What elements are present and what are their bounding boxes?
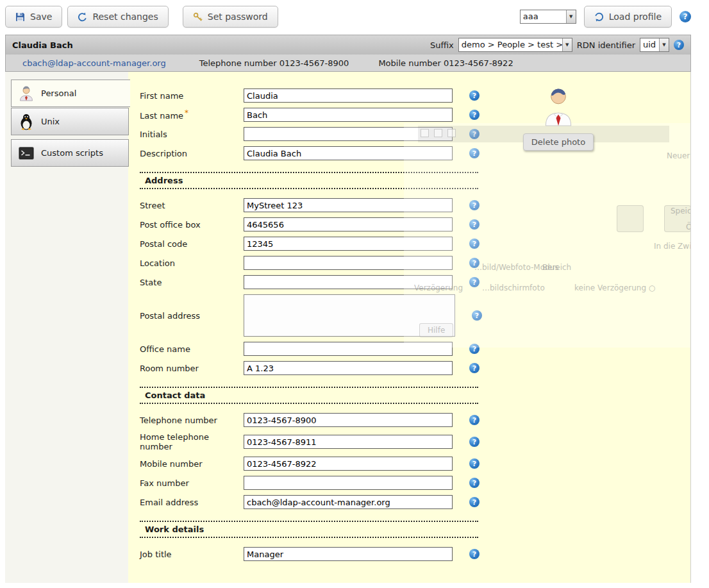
postal-address-input[interactable] bbox=[244, 294, 455, 337]
help-icon[interactable]: ? bbox=[472, 310, 482, 321]
help-icon[interactable]: ? bbox=[469, 497, 480, 507]
telephone-summary: Telephone number 0123-4567-8900 bbox=[199, 58, 349, 68]
account-header-top: Claudia Bach Suffix demo > People > test… bbox=[6, 35, 690, 55]
set-password-button[interactable]: Set password bbox=[183, 6, 278, 28]
mobile-number-input[interactable] bbox=[244, 457, 453, 471]
email-link[interactable]: cbach@ldap-account-manager.org bbox=[22, 58, 166, 68]
help-icon[interactable]: ? bbox=[469, 219, 480, 230]
help-icon[interactable]: ? bbox=[469, 363, 480, 373]
help-icon[interactable]: ? bbox=[469, 458, 480, 469]
help-icon[interactable]: ? bbox=[469, 549, 480, 559]
section-header-contact-data: Contact data bbox=[140, 387, 478, 404]
field-label: Street bbox=[140, 201, 244, 210]
help-icon[interactable]: ? bbox=[469, 344, 480, 354]
field-label: Postal code bbox=[140, 239, 244, 249]
field-label: Email address bbox=[140, 498, 244, 507]
telephone-number-input[interactable] bbox=[244, 413, 453, 427]
help-icon[interactable]: ? bbox=[469, 415, 480, 425]
help-icon[interactable]: ? bbox=[469, 129, 480, 139]
field-label: First name bbox=[140, 91, 244, 101]
form-row: Mobile number? bbox=[140, 457, 690, 471]
room-number-input[interactable] bbox=[244, 361, 453, 375]
description-input[interactable] bbox=[244, 146, 453, 160]
field-label: Fax number bbox=[140, 478, 244, 488]
initials-input[interactable] bbox=[244, 127, 453, 141]
terminal-icon bbox=[18, 147, 35, 160]
help-icon[interactable]: ? bbox=[469, 239, 480, 249]
form-row: Room number? bbox=[140, 361, 690, 375]
sidebar-item-unix[interactable]: Unix bbox=[11, 108, 129, 135]
field-label: Office name bbox=[140, 344, 244, 354]
form-row: State? bbox=[140, 275, 690, 289]
help-icon[interactable]: ? bbox=[469, 258, 480, 268]
suffix-select[interactable]: demo > People > test > de ▼ bbox=[458, 38, 572, 52]
help-icon[interactable]: ? bbox=[469, 90, 480, 101]
form-row: First name? bbox=[140, 88, 690, 103]
field-label: Telephone number bbox=[140, 416, 244, 425]
field-label: Postal address bbox=[140, 311, 244, 321]
form-row: Telephone number? bbox=[140, 413, 690, 427]
mobile-summary: Mobile number 0123-4567-8922 bbox=[378, 58, 513, 68]
rdn-select[interactable]: uid ▼ bbox=[640, 38, 669, 52]
load-profile-button[interactable]: Load profile bbox=[584, 6, 672, 28]
field-label: Home telephone number bbox=[140, 432, 244, 451]
location-input[interactable] bbox=[244, 256, 453, 270]
help-icon[interactable]: ? bbox=[469, 478, 480, 488]
help-icon[interactable]: ? bbox=[469, 110, 480, 120]
fax-number-input[interactable] bbox=[244, 476, 453, 490]
save-icon bbox=[15, 12, 25, 22]
street-input[interactable] bbox=[244, 198, 453, 212]
field-label: Location bbox=[140, 258, 244, 268]
email-address-input[interactable] bbox=[244, 495, 453, 509]
account-header-summary: cbach@ldap-account-manager.org Telephone… bbox=[6, 55, 690, 71]
help-icon[interactable]: ? bbox=[674, 40, 684, 50]
delete-photo-button[interactable]: Delete photo bbox=[523, 133, 594, 151]
key-icon bbox=[193, 12, 203, 22]
postal-code-input[interactable] bbox=[244, 237, 453, 251]
sidebar-item-custom-scripts[interactable]: Custom scripts bbox=[11, 139, 129, 167]
reset-icon bbox=[78, 12, 87, 22]
tab-label: Personal bbox=[41, 88, 76, 98]
field-label: Initials bbox=[140, 130, 244, 139]
help-icon[interactable]: ? bbox=[469, 148, 480, 158]
form-row: Initials? bbox=[140, 127, 690, 141]
rdn-select-value: uid bbox=[640, 38, 659, 51]
help-icon[interactable]: ? bbox=[469, 200, 480, 210]
profile-select[interactable]: aaa ▼ bbox=[520, 10, 576, 24]
form-area: First name?Last name*?Initials?Descripti… bbox=[140, 88, 690, 561]
sidebar: PersonalUnixCustom scripts bbox=[5, 72, 128, 583]
reset-changes-button[interactable]: Reset changes bbox=[67, 6, 168, 28]
field-label: Post office box bbox=[140, 220, 244, 230]
field-label: Mobile number bbox=[140, 459, 244, 469]
field-label: Last name* bbox=[140, 108, 244, 121]
field-label: Description bbox=[140, 149, 244, 158]
set-password-button-label: Set password bbox=[208, 12, 268, 22]
job-title-input[interactable] bbox=[244, 547, 453, 561]
toolbar-right: aaa ▼ Load profile ? bbox=[520, 6, 691, 28]
state-input[interactable] bbox=[244, 275, 453, 289]
profile-select-value: aaa bbox=[521, 10, 566, 23]
user-icon bbox=[18, 86, 35, 101]
suffix-select-value: demo > People > test > de bbox=[459, 38, 562, 51]
section-header-work-details: Work details bbox=[140, 521, 478, 538]
form-row: Postal address? bbox=[140, 294, 690, 337]
help-icon[interactable]: ? bbox=[680, 11, 691, 22]
tab-label: Unix bbox=[41, 117, 60, 126]
last-name-input[interactable] bbox=[244, 108, 453, 122]
post-office-box-input[interactable] bbox=[244, 217, 453, 231]
account-header: Claudia Bach Suffix demo > People > test… bbox=[5, 35, 691, 72]
toolbar: Save Reset changes Set password aaa ▼ Lo… bbox=[5, 5, 691, 28]
help-icon[interactable]: ? bbox=[469, 437, 480, 447]
sidebar-item-personal[interactable]: Personal bbox=[11, 80, 130, 107]
suffix-label: Suffix bbox=[430, 40, 454, 50]
form-row: Fax number? bbox=[140, 476, 690, 490]
first-name-input[interactable] bbox=[244, 88, 453, 103]
save-button[interactable]: Save bbox=[5, 6, 62, 28]
save-button-label: Save bbox=[30, 12, 52, 22]
help-icon[interactable]: ? bbox=[469, 277, 480, 287]
home-telephone-number-input[interactable] bbox=[244, 435, 453, 449]
form-row: Last name*? bbox=[140, 108, 690, 122]
office-name-input[interactable] bbox=[244, 342, 453, 356]
load-profile-button-label: Load profile bbox=[609, 12, 662, 22]
sidebar-tabs: PersonalUnixCustom scripts bbox=[11, 80, 128, 167]
